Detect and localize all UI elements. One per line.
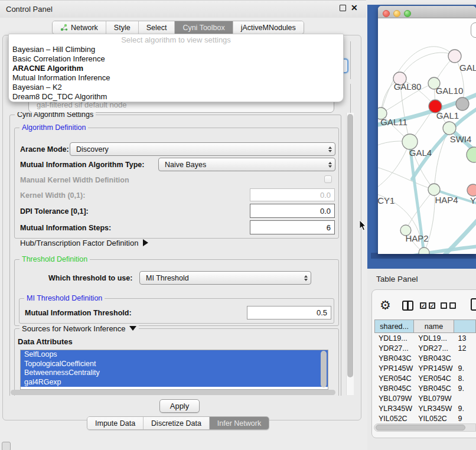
node-label: Y xyxy=(470,195,476,206)
manual-kernel-checkbox[interactable] xyxy=(324,175,332,183)
zoom-window-icon[interactable] xyxy=(404,10,411,17)
tab-jactivemnodules[interactable]: jActiveMNodules xyxy=(233,21,304,34)
unchecked-checkbox-icon[interactable] xyxy=(449,302,456,309)
data-attributes-list[interactable]: SelfLoopsTopologicalCoefficientBetweenne… xyxy=(20,350,328,390)
algorithm-option[interactable]: Bayesian – Hill Climbing xyxy=(9,45,343,54)
close-window-icon[interactable] xyxy=(383,10,390,17)
sources-toggle[interactable]: Sources for Network Inference xyxy=(19,324,139,333)
node-label: GAL1 xyxy=(436,110,459,120)
tab-infer-network[interactable]: Infer Network xyxy=(210,417,269,429)
network-node[interactable] xyxy=(448,50,461,63)
kernel-width-field[interactable]: 0.0 xyxy=(250,188,335,201)
table-row[interactable]: YIL052CYIL052C9 xyxy=(374,413,476,423)
kernel-width-label: Kernel Width (0,1): xyxy=(20,191,85,200)
tab-cyni-toolbox[interactable]: Cyni Toolbox xyxy=(175,21,233,34)
cyni-mode-tabbar: Impute DataDiscretize DataInfer Network xyxy=(87,416,269,430)
table-row[interactable]: YPR145WYPR145W9. xyxy=(374,363,476,373)
combo-arrows-icon xyxy=(328,158,332,171)
mi-type-combo[interactable]: Naive Bayes xyxy=(158,158,335,171)
network-node[interactable] xyxy=(467,147,476,162)
algorithm-option[interactable]: Mutual Information Inference xyxy=(9,73,343,83)
expanded-arrow-icon xyxy=(129,326,136,331)
node-table[interactable]: shared...name YDL19...YDL19...13YDR27...… xyxy=(374,319,476,423)
table-row[interactable]: YLR345WYLR345W9. xyxy=(374,403,476,413)
minimize-window-icon[interactable] xyxy=(393,10,400,17)
dpi-tolerance-field[interactable]: 0.0 xyxy=(250,204,335,218)
aracne-mode-label: Aracne Mode: xyxy=(20,145,69,154)
close-panel-icon[interactable]: ✕ xyxy=(351,3,358,12)
algorithm-dropdown-popup: Select algorithm to view settings Bayesi… xyxy=(8,34,344,102)
table-settings-gear-icon[interactable]: ⚙ xyxy=(380,298,391,312)
table-row[interactable]: YER054CYER054C8. xyxy=(374,373,476,383)
tab-discretize-data[interactable]: Discretize Data xyxy=(144,417,210,429)
apply-button[interactable]: Apply xyxy=(159,399,200,413)
node-label: GAL10 xyxy=(436,86,464,96)
network-edge[interactable] xyxy=(381,47,455,113)
table-hscrollbar[interactable] xyxy=(376,425,465,431)
algorithm-option[interactable]: Basic Correlation Inference xyxy=(9,54,343,64)
node-label: GAL11 xyxy=(380,117,407,127)
checked-checkbox-icon[interactable]: ✓ xyxy=(429,302,435,309)
table-row[interactable]: YBR045CYBR045C9. xyxy=(374,383,476,393)
attributes-scrollbar[interactable] xyxy=(321,351,327,387)
attribute-item[interactable]: SelfLoops xyxy=(21,350,328,360)
application-window: Control Panel ✕ NetworkStyleSelectCyni T… xyxy=(0,0,476,450)
tab-style[interactable]: Style xyxy=(106,21,139,34)
algorithm-option[interactable]: Bayesian – K2 xyxy=(9,83,343,92)
column-header[interactable]: shared... xyxy=(374,319,414,333)
checked-checkbox-icon[interactable]: ✓ xyxy=(420,302,426,309)
tab-select[interactable]: Select xyxy=(139,21,175,34)
which-threshold-label: Which threshold to use: xyxy=(48,274,132,282)
network-node-hap4[interactable] xyxy=(428,184,440,195)
manual-kernel-label: Manual Kernel Width Definition xyxy=(20,176,129,184)
mi-threshold-field[interactable]: 0.5 xyxy=(247,306,331,319)
table-row[interactable]: YDR27...YDR27...12 xyxy=(374,343,476,353)
node-label: GAL xyxy=(459,63,476,73)
network-window-titlebar[interactable] xyxy=(378,6,476,18)
control-panel-titlebar xyxy=(0,0,366,18)
collapsed-arrow-icon xyxy=(143,239,148,246)
tab-impute-data[interactable]: Impute Data xyxy=(87,417,144,429)
aracne-mode-combo[interactable]: Discovery xyxy=(70,142,335,156)
node-label: HAP4 xyxy=(435,195,458,205)
settings-hscrollbar[interactable] xyxy=(11,390,335,395)
table-function-icon-fragment[interactable] xyxy=(471,298,476,311)
network-icon xyxy=(60,24,68,31)
node-label: HAP2 xyxy=(405,233,428,243)
control-panel-tabbar: NetworkStyleSelectCyni ToolboxjActiveMNo… xyxy=(52,21,304,34)
table-row[interactable]: YBR043CYBR043C xyxy=(374,353,476,363)
algorithm-option[interactable]: Dream8 DC_TDC Algorithm xyxy=(9,92,343,102)
node-label: SWI4 xyxy=(450,134,472,144)
column-header[interactable]: name xyxy=(414,319,454,333)
minimized-panel-icon[interactable] xyxy=(2,442,11,450)
split-columns-icon[interactable] xyxy=(402,301,413,311)
hub-definition-toggle[interactable]: Hub/Transcription Factor Definition xyxy=(20,239,148,247)
unchecked-checkbox-icon[interactable] xyxy=(441,302,447,309)
table-row[interactable]: YBL079WYBL079W xyxy=(374,393,476,403)
network-toolbar-fragment xyxy=(471,22,476,38)
attribute-item[interactable]: BetweennessCentrality xyxy=(21,369,328,378)
network-canvas[interactable]: GALGAL80GAL10GAL1SWI4GAL11GAL4GCY1HAP4YH… xyxy=(378,18,476,254)
network-node[interactable] xyxy=(419,247,429,254)
network-node-y[interactable] xyxy=(467,184,476,196)
data-attributes-label: Data Attributes xyxy=(18,337,73,346)
algorithm-option[interactable]: ARACNE Algorithm xyxy=(9,64,343,73)
which-threshold-combo[interactable]: MI Threshold xyxy=(139,271,311,285)
network-node[interactable] xyxy=(456,97,469,110)
tab-network[interactable]: Network xyxy=(53,21,106,34)
network-edge[interactable] xyxy=(378,142,410,192)
settings-scrollbar[interactable] xyxy=(347,114,353,377)
attribute-item[interactable]: gal4RGexp xyxy=(21,378,328,387)
float-panel-icon[interactable] xyxy=(340,5,346,11)
dpi-tolerance-label: DPI Tolerance [0,1]: xyxy=(20,207,89,216)
mi-threshold-label: Mutual Information Threshold: xyxy=(25,309,132,317)
attribute-item[interactable]: TopologicalCoefficient xyxy=(21,360,328,369)
group-title: MI Threshold Definition xyxy=(24,294,105,302)
mi-steps-field[interactable]: 6 xyxy=(250,220,335,234)
group-title: Algorithm Definition xyxy=(19,123,88,132)
hidden-groupbox-edge xyxy=(350,84,351,113)
hidden-groupbox-edge xyxy=(350,41,351,79)
column-header[interactable] xyxy=(454,319,476,333)
table-row[interactable]: YDL19...YDL19...13 xyxy=(374,333,476,343)
network-node-swi4[interactable] xyxy=(443,122,456,135)
